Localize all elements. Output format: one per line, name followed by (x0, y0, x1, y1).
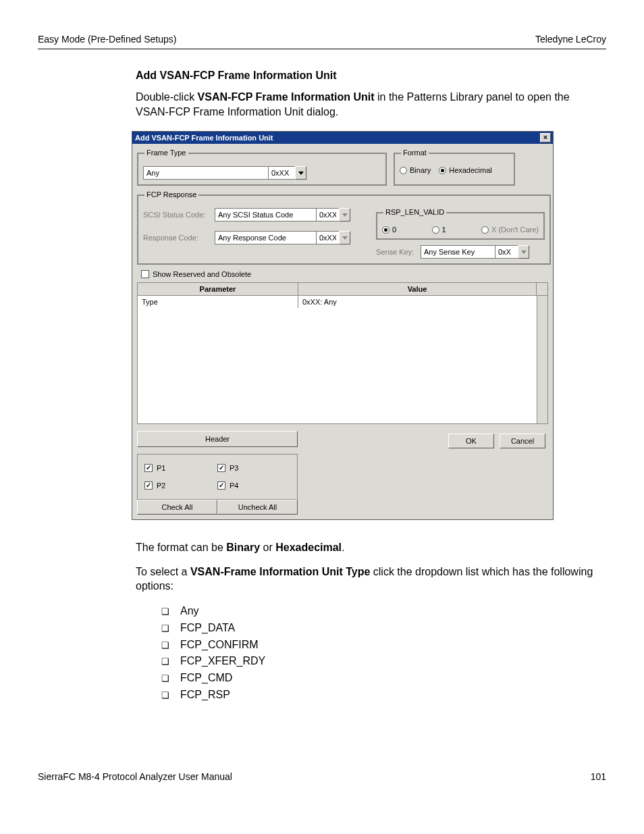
intro-bold: VSAN-FCP Frame Information Unit (198, 91, 375, 103)
fcp-response-group: FCP Response SCSI Status Code: (137, 190, 551, 265)
parameter-grid: Parameter Value Type 0xXX: Any (137, 282, 548, 424)
p3-checkbox[interactable] (217, 464, 225, 472)
option-label: FCP_CONFIRM (180, 637, 259, 654)
radio-binary-label: Binary (410, 166, 431, 174)
close-icon[interactable]: × (540, 133, 551, 142)
p2-label: P2 (157, 481, 165, 490)
frame-type-group: Frame Type (137, 149, 387, 186)
check-all-button[interactable]: Check All (137, 500, 217, 515)
sense-key-dropdown-button[interactable] (518, 245, 529, 259)
response-code-label: Response Code: (143, 234, 211, 242)
sel-bold: VSAN-Frame Information Unit Type (190, 566, 370, 577)
frame-type-legend: Frame Type (144, 149, 188, 157)
bullet-icon: ❑ (161, 639, 169, 652)
p1-checkbox[interactable] (144, 464, 153, 472)
option-label: FCP_RSP (180, 687, 230, 704)
grid-col-parameter[interactable]: Parameter (138, 283, 298, 296)
fmt-pre: The format can be (136, 542, 226, 553)
radio-rsp-x[interactable]: X (Don't Care) (481, 226, 539, 234)
dialog-window: Add VSAN-FCP Frame Information Unit × Fr… (132, 131, 554, 520)
fmt-mid: or (260, 542, 275, 553)
section-title: Add VSAN-FCP Frame Information Unit (136, 70, 601, 82)
grid-col-value[interactable]: Value (298, 283, 537, 296)
chevron-down-icon (342, 213, 348, 217)
ports-group: P1 P3 P2 P4 (137, 454, 298, 500)
sense-key-label: Sense Key: (376, 248, 417, 256)
format-group: Format Binary Hexadecimal (394, 149, 515, 186)
header-rule (38, 49, 606, 49)
option-label: FCP_DATA (180, 620, 235, 637)
header-button[interactable]: Header (137, 431, 298, 447)
sense-key-combo[interactable] (421, 245, 529, 259)
cancel-button[interactable]: Cancel (500, 434, 545, 448)
rsp-len-valid-group: RSP_LEN_VALID 0 1 X (Don't Care) (376, 208, 545, 240)
uncheck-all-button[interactable]: Uncheck All (217, 500, 298, 515)
p4-checkbox[interactable] (217, 481, 225, 490)
scsi-status-hex[interactable] (316, 208, 339, 221)
list-item: ❑Any (161, 603, 601, 620)
bullet-icon: ❑ (161, 689, 169, 702)
port-p4[interactable]: P4 (217, 481, 290, 490)
list-item: ❑FCP_XFER_RDY (161, 653, 601, 670)
scsi-status-label: SCSI Status Code: (143, 211, 211, 219)
grid-cell-value: 0xXX: Any (298, 296, 547, 308)
chevron-down-icon (298, 172, 304, 175)
radio-binary[interactable]: Binary (400, 166, 431, 174)
frame-type-input[interactable] (143, 166, 268, 180)
bullet-icon: ❑ (161, 672, 169, 685)
chevron-down-icon (342, 236, 348, 240)
fcp-legend: FCP Response (144, 190, 198, 199)
radio-rsp-1[interactable]: 1 (432, 226, 446, 234)
sel-pre: To select a (136, 566, 190, 577)
radio-rsp-0[interactable]: 0 (382, 226, 396, 234)
fmt-b2: Hexadecimal (275, 542, 342, 553)
bullet-icon: ❑ (161, 605, 169, 619)
option-label: FCP_XFER_RDY (180, 653, 265, 670)
scsi-status-combo[interactable] (215, 208, 350, 221)
doc-footer-left: SierraFC M8-4 Protocol Analyzer User Man… (38, 771, 232, 782)
chevron-down-icon (521, 251, 527, 254)
list-item: ❑FCP_RSP (161, 687, 601, 704)
scsi-status-input[interactable] (215, 208, 316, 221)
doc-header-left: Easy Mode (Pre-Defined Setups) (38, 34, 176, 45)
option-label: Any (180, 603, 199, 620)
p4-label: P4 (230, 481, 238, 490)
select-paragraph: To select a VSAN-Frame Information Unit … (136, 565, 601, 594)
sense-key-hex[interactable] (495, 245, 518, 259)
response-code-dropdown-button[interactable] (339, 231, 350, 244)
show-reserved-checkbox[interactable] (141, 270, 149, 278)
radio-hex[interactable]: Hexadecimal (439, 166, 492, 174)
list-item: ❑FCP_DATA (161, 620, 601, 637)
frame-type-combo[interactable] (143, 166, 306, 180)
intro-paragraph: Double-click VSAN-FCP Frame Information … (136, 90, 601, 119)
response-code-hex[interactable] (316, 231, 339, 244)
p3-label: P3 (230, 464, 238, 472)
list-item: ❑FCP_CONFIRM (161, 637, 601, 654)
ok-button[interactable]: OK (448, 434, 494, 448)
response-code-input[interactable] (215, 231, 316, 244)
dialog-titlebar: Add VSAN-FCP Frame Information Unit × (132, 132, 553, 144)
table-row[interactable]: Type 0xXX: Any (138, 296, 547, 308)
grid-cell-param: Type (138, 296, 298, 308)
port-p3[interactable]: P3 (217, 464, 290, 472)
port-p2[interactable]: P2 (144, 481, 217, 490)
grid-scrollbar[interactable] (537, 296, 547, 423)
grid-scroll-head (537, 283, 547, 296)
fmt-post: . (342, 542, 344, 553)
option-label: FCP_CMD (180, 670, 232, 687)
doc-footer-right: 101 (591, 771, 606, 782)
scsi-status-dropdown-button[interactable] (339, 208, 350, 221)
p2-checkbox[interactable] (144, 481, 153, 490)
p1-label: P1 (157, 464, 165, 472)
frame-type-dropdown-button[interactable] (295, 166, 306, 180)
sense-key-input[interactable] (421, 245, 495, 259)
frame-type-hex[interactable] (268, 166, 295, 180)
port-p1[interactable]: P1 (144, 464, 217, 472)
radio-rsp-x-label: X (Don't Care) (491, 226, 539, 234)
show-reserved-label: Show Reserved and Obsolete (153, 270, 251, 278)
response-code-combo[interactable] (215, 231, 350, 244)
rsp-len-valid-legend: RSP_LEN_VALID (383, 208, 446, 216)
bullet-icon: ❑ (161, 655, 169, 669)
options-list: ❑Any ❑FCP_DATA ❑FCP_CONFIRM ❑FCP_XFER_RD… (161, 603, 601, 704)
format-paragraph: The format can be Binary or Hexadecimal. (136, 540, 601, 555)
